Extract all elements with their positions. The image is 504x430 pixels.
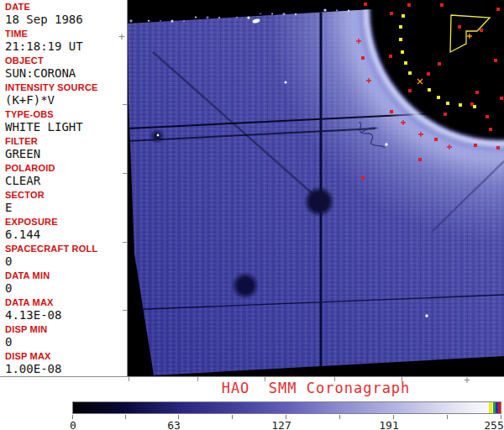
bright-star — [385, 143, 387, 145]
edge-speckle — [236, 17, 238, 18]
red-dot — [500, 97, 503, 100]
colorbar-tick-label: 191 — [379, 419, 398, 430]
edge-speckle — [129, 19, 132, 22]
red-dot — [474, 144, 477, 147]
red-dot — [390, 12, 393, 15]
yellow-dot — [473, 105, 476, 108]
edge-speckle — [271, 13, 273, 15]
yellow-dot — [428, 88, 431, 92]
metadata-label: DISP MAX — [5, 351, 127, 362]
yellow-dot — [408, 71, 412, 75]
red-dot — [418, 158, 422, 161]
metadata-field: OBJECT SUN:CORONA — [5, 55, 127, 82]
metadata-label: POLAROID — [5, 163, 127, 174]
red-dot — [361, 56, 365, 60]
edge-speckle — [218, 17, 220, 18]
coronagraph-image — [128, 0, 504, 376]
intensity-colorbar — [72, 401, 501, 414]
coronagraph-viewer: DATE 18 Sep 1986 TIME 21:18:19 UT OBJECT… — [0, 0, 504, 430]
red-dot — [440, 3, 444, 7]
red-dot — [438, 62, 441, 66]
metadata-label: DATA MIN — [5, 270, 127, 281]
yellow-dot — [404, 61, 407, 65]
colorbar-tick — [232, 415, 233, 419]
red-dot — [434, 138, 438, 141]
metadata-value: 6.144 — [5, 228, 127, 242]
axis-tick — [123, 310, 127, 311]
red-dot — [496, 8, 500, 11]
edge-speckle — [160, 20, 161, 22]
edge-speckle — [336, 9, 338, 11]
metadata-field: FILTER GREEN — [5, 136, 127, 163]
red-dot — [364, 3, 367, 6]
yellow-dot — [459, 103, 462, 107]
image-bottom-axis — [0, 376, 504, 377]
dark-spot — [152, 131, 162, 141]
coronagraph-film — [128, 0, 504, 376]
metadata-value: (K+F)*V — [5, 93, 127, 108]
metadata-value: 1.00E-08 — [5, 362, 127, 376]
bright-star — [425, 314, 428, 317]
red-dot — [480, 29, 483, 32]
colorbar-tick — [339, 415, 340, 419]
colorbar-tick-label: 63 — [167, 419, 181, 430]
page-title: HAO SMM Coronagraph — [128, 380, 504, 396]
red-dot — [390, 110, 393, 113]
colorbar-tick-label: 127 — [271, 419, 291, 430]
metadata-label: DATA MAX — [5, 297, 127, 308]
metadata-field: DATA MIN 0 — [5, 270, 127, 297]
edge-speckle — [348, 10, 349, 12]
metadata-field: SECTOR E — [5, 190, 127, 217]
edge-speckle — [183, 20, 185, 22]
yellow-dot — [399, 25, 402, 29]
metadata-value: 18 Sep 1986 — [5, 13, 127, 27]
bright-star — [284, 81, 286, 83]
red-dot — [489, 128, 492, 131]
metadata-value: E — [5, 201, 127, 215]
metadata-value: 0 — [5, 335, 127, 349]
metadata-field: TYPE-OBS WHITE LIGHT — [5, 109, 127, 136]
edge-speckle — [307, 13, 308, 15]
metadata-label: INTENSITY SOURCE — [5, 82, 127, 93]
colorbar-tick — [125, 415, 126, 419]
yellow-dot — [399, 38, 402, 41]
red-dot — [389, 55, 392, 58]
lut-stripe-yellow — [489, 402, 492, 413]
edge-speckle — [148, 20, 150, 22]
colorbar-tick-label: 0 — [70, 419, 76, 430]
red-dot — [444, 113, 447, 116]
metadata-field: TIME 21:18:19 UT — [5, 29, 127, 55]
axis-tick — [123, 173, 127, 174]
metadata-value: 0 — [5, 254, 127, 269]
red-dot — [475, 91, 479, 94]
metadata-label: DATE — [5, 2, 127, 13]
metadata-field: DISP MIN 0 — [5, 324, 127, 351]
red-dot — [407, 3, 411, 7]
edge-speckle — [206, 16, 208, 18]
metadata-value: GREEN — [5, 147, 127, 161]
dark-blob — [234, 275, 256, 296]
metadata-value: 4.13E-08 — [5, 308, 127, 322]
metadata-field: EXPOSURE 6.144 — [5, 217, 127, 244]
red-dot — [427, 72, 430, 76]
metadata-field: INTENSITY SOURCE (K+F)*V — [5, 82, 127, 109]
edge-speckle — [295, 13, 297, 15]
metadata-value: 0 — [5, 281, 127, 296]
red-dot — [494, 59, 497, 62]
metadata-value: CLEAR — [5, 174, 127, 188]
edge-speckle — [247, 16, 249, 18]
metadata-label: FILTER — [5, 136, 127, 147]
metadata-field: DISP MAX 1.00E-08 — [5, 351, 127, 378]
metadata-label: TIME — [5, 29, 127, 39]
image-left-axis — [127, 0, 128, 377]
metadata-label: SECTOR — [5, 190, 127, 201]
colorbar-scale: 063127191255 — [0, 415, 504, 430]
metadata-panel: DATE 18 Sep 1986 TIME 21:18:19 UT OBJECT… — [0, 0, 127, 376]
red-dot — [408, 89, 412, 92]
yellow-dot — [401, 50, 404, 54]
yellow-dot — [437, 96, 440, 99]
red-dot — [496, 146, 500, 149]
metadata-field: POLAROID CLEAR — [5, 163, 127, 190]
metadata-label: TYPE-OBS — [5, 109, 127, 120]
bright-speck — [157, 134, 160, 137]
